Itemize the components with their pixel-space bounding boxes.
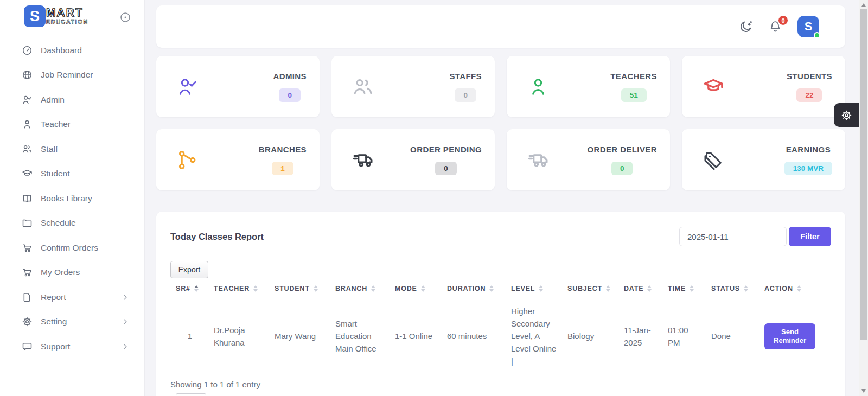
column-header-student[interactable]: STUDENT [269,285,330,299]
stat-card-order-pending: ORDER PENDING 0 [331,129,495,190]
table-wrap: SR# TEACHER STUDENT BRANCH MODE DURATION… [170,285,831,373]
scrollbar-thumb[interactable] [860,9,867,340]
cell-status: Done [706,299,759,373]
column-header-duration[interactable]: DURATION [442,285,506,299]
stat-badge: 0 [435,162,457,175]
column-label: TIME [668,285,686,292]
sidebar-item-admin[interactable]: Admin [0,87,144,112]
cell-student: Mary Wang [269,299,330,373]
online-status-dot [814,32,820,39]
sidebar-item-label: Books Library [41,194,92,203]
column-header-teacher[interactable]: TEACHER [208,285,269,299]
avatar[interactable]: S [797,16,819,37]
stat-badge: 130 MVR [784,162,832,175]
gear-icon [22,316,33,327]
column-header-sr[interactable]: SR# [170,285,208,299]
notification-badge: 0 [777,15,789,26]
people-icon [352,76,374,98]
column-label: ACTION [764,285,793,292]
folder-icon [22,218,33,228]
sort-icon [690,285,694,292]
sort-icon [539,285,543,292]
stat-label: STUDENTS [787,72,832,81]
person-check-icon [177,76,199,98]
column-header-status[interactable]: STATUS [706,285,759,299]
sidebar-item-label: Teacher [41,119,71,129]
moon-icon[interactable] [739,20,753,34]
vertical-scrollbar[interactable] [859,0,868,396]
column-label: DURATION [447,285,486,292]
stat-label: EARNINGS [786,145,831,154]
topbar: 0 S [156,5,845,48]
stat-label: ORDER DELIVER [587,145,657,154]
gear-icon [841,110,852,121]
cell-teacher: Dr.Pooja Khurana [208,299,269,373]
person-check-icon [22,94,33,105]
scroll-up-arrow-icon[interactable] [859,1,868,9]
column-label: LEVEL [511,285,535,292]
sidebar-item-job-reminder[interactable]: Job Reminder [0,63,144,88]
sidebar-item-dashboard[interactable]: Dashboard [0,38,144,63]
sidebar-item-support[interactable]: Support [0,334,144,359]
sidebar-item-confirm-orders[interactable]: Confirm Orders [0,235,144,260]
sidebar-item-staff[interactable]: Staff [0,137,144,162]
sidebar-item-student[interactable]: Student [0,162,144,187]
column-header-level[interactable]: LEVEL [506,285,562,299]
sidebar-item-teacher[interactable]: Teacher [0,112,144,137]
book-icon [22,193,33,204]
cell-time: 01:00 PM [662,299,706,373]
filter-button[interactable]: Filter [789,227,831,246]
column-header-time[interactable]: TIME [662,285,706,299]
column-header-action[interactable]: ACTION [759,285,831,299]
column-label: SUBJECT [567,285,602,292]
send-reminder-button[interactable]: Send Reminder [764,323,815,349]
column-header-branch[interactable]: BRANCH [330,285,390,299]
sidebar-item-schedule[interactable]: Schedule [0,211,144,236]
brand-logo-mark: S [24,5,46,27]
column-header-mode[interactable]: MODE [390,285,442,299]
file-icon [22,292,33,303]
sort-icon [371,285,375,292]
sidebar-nav: Dashboard Job Reminder Admin Teacher Sta… [0,38,144,359]
stat-label: BRANCHES [259,145,307,154]
export-button[interactable]: Export [170,261,208,278]
column-header-date[interactable]: DATE [618,285,662,299]
column-label: MODE [395,285,417,292]
stat-card-earnings: EARNINGS 130 MVR [682,129,845,190]
sort-icon [253,285,258,292]
person-icon [22,119,33,130]
table-footer-text: Showing 1 to 1 of 1 entry [170,380,845,389]
floating-settings-button[interactable] [834,103,859,127]
bell-icon[interactable]: 0 [768,20,782,34]
sidebar: S MART EDUCATION Dashboard Job Reminder … [0,0,145,396]
sidebar-item-label: Confirm Orders [41,243,98,253]
sidebar-item-books-library[interactable]: Books Library [0,186,144,211]
cell-action: Send Reminder [759,299,831,373]
person-icon [527,76,549,98]
pagination-button[interactable] [176,393,206,396]
sidebar-item-label: Admin [41,95,65,105]
cart-icon [22,267,33,278]
sidebar-item-label: Staff [41,144,58,154]
stat-label: STAFFS [449,72,482,81]
column-header-subject[interactable]: SUBJECT [562,285,618,299]
stat-badge: 0 [279,88,301,102]
cell-branch: Smart Education Main Office [330,299,390,373]
sidebar-toggle-icon[interactable] [119,11,131,23]
brand-logo: S MART EDUCATION [24,5,88,27]
date-input[interactable] [679,227,787,246]
sort-icon [421,285,425,292]
sidebar-item-report[interactable]: Report [0,285,144,310]
scroll-down-arrow-icon[interactable] [859,387,868,395]
stats-row-1: ADMINS 0 STAFFS 0 TEACHERS 51 [156,56,845,117]
today-classes-report-card: Today Classes Report Filter Export [156,212,845,396]
sidebar-item-my-orders[interactable]: My Orders [0,260,144,285]
stat-card-branches: BRANCHES 1 [156,129,320,190]
sort-icon [744,285,748,292]
sidebar-item-label: Dashboard [41,46,82,55]
chevron-right-icon [122,318,129,325]
sidebar-item-setting[interactable]: Setting [0,310,144,335]
main-content: 0 S ADMINS 0 STAFFS 0 [145,0,859,396]
globe-icon [22,69,33,80]
brand-subtitle: EDUCATION [46,18,88,25]
